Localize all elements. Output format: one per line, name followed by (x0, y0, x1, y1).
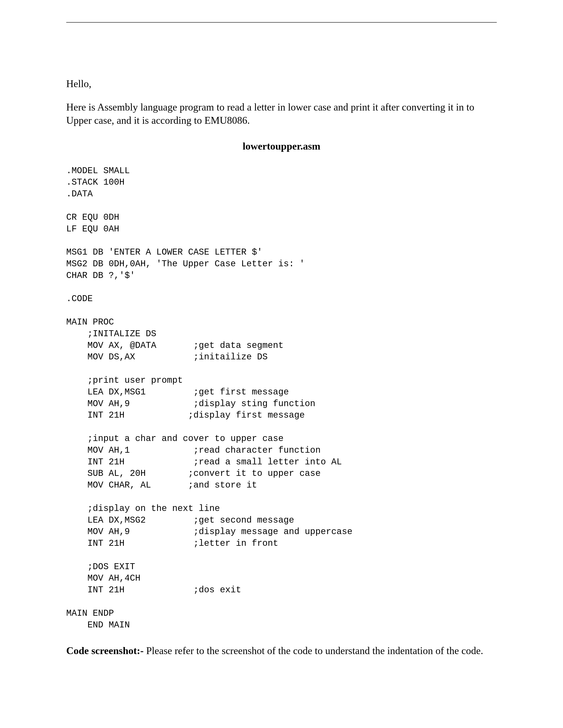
document-page: Hello, Here is Assembly language program… (0, 0, 563, 679)
footer-bold-label: Code screenshot:- (66, 645, 146, 656)
footer-note: Code screenshot:- Please refer to the sc… (66, 644, 497, 657)
filename-heading: lowertoupper.asm (66, 140, 497, 152)
assembly-code-block: .MODEL SMALL .STACK 100H .DATA CR EQU 0D… (66, 165, 497, 631)
footer-rest-text: Please refer to the screenshot of the co… (146, 645, 483, 656)
intro-paragraph: Here is Assembly language program to rea… (66, 101, 497, 127)
top-horizontal-rule (66, 22, 497, 23)
greeting-text: Hello, (66, 78, 497, 90)
